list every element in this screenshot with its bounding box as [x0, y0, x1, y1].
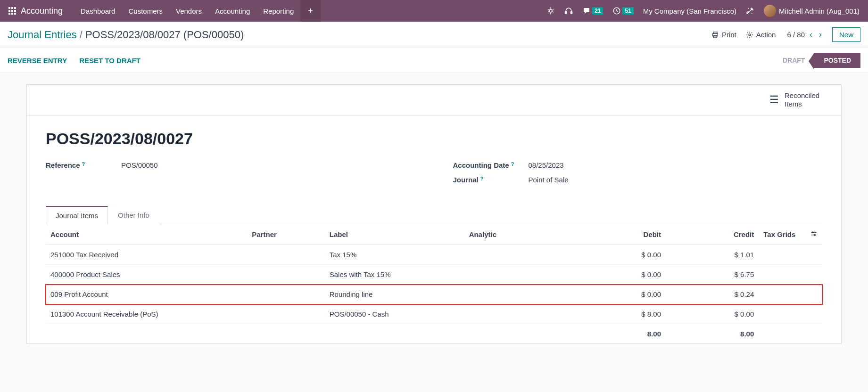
activities-badge: 51 — [622, 7, 633, 15]
cell-credit: $ 0.24 — [666, 285, 759, 304]
apps-icon[interactable] — [8, 6, 17, 16]
card-top-bar: ☰ Reconciled Items — [27, 85, 841, 115]
debug-icon[interactable] — [542, 7, 560, 15]
svg-rect-6 — [8, 13, 10, 15]
content-area: ☰ Reconciled Items POSS/2023/08/0027 Ref… — [0, 73, 868, 355]
entry-title: POSS/2023/08/0027 — [46, 130, 822, 148]
nav-reporting[interactable]: Reporting — [256, 7, 300, 15]
reconciled-items-button[interactable]: ☰ Reconciled Items — [769, 91, 827, 108]
cell-account: 400000 Product Sales — [46, 265, 247, 285]
brand-label[interactable]: Accounting — [21, 6, 63, 16]
col-tax-grids[interactable]: Tax Grids — [759, 224, 805, 245]
list-icon: ☰ — [769, 94, 779, 106]
cell-debit: $ 0.00 — [573, 245, 666, 265]
avatar — [764, 5, 776, 17]
detail-tabs: Journal Items Other Info — [46, 205, 822, 224]
cell-tax — [759, 265, 805, 285]
col-partner[interactable]: Partner — [247, 224, 324, 245]
company-selector[interactable]: My Company (San Francisco) — [638, 7, 741, 15]
messages-icon[interactable]: 21 — [578, 7, 608, 15]
col-account[interactable]: Account — [46, 224, 247, 245]
pager: 6 / 80 ‹ › — [787, 30, 824, 40]
breadcrumb-bar: Journal Entries / POSS/2023/08/0027 (POS… — [0, 22, 868, 48]
breadcrumb-root[interactable]: Journal Entries — [8, 29, 77, 41]
svg-point-24 — [812, 232, 814, 233]
user-name: Mitchell Admin (Aug_001) — [779, 7, 860, 15]
messages-badge: 21 — [592, 7, 603, 15]
action-button[interactable]: Action — [746, 31, 776, 39]
svg-rect-2 — [14, 7, 16, 9]
tools-icon[interactable] — [741, 7, 759, 15]
total-credit: 8.00 — [666, 324, 759, 344]
cell-debit: $ 0.00 — [573, 285, 666, 304]
total-row: 8.008.00 — [46, 324, 822, 344]
status-draft[interactable]: DRAFT — [773, 53, 814, 68]
svg-rect-3 — [8, 10, 10, 12]
col-analytic[interactable]: Analytic — [464, 224, 573, 245]
reference-value[interactable]: POS/00050 — [121, 161, 158, 169]
cell-tax — [759, 285, 805, 304]
nav-accounting[interactable]: Accounting — [208, 7, 256, 15]
svg-rect-1 — [11, 7, 13, 9]
col-label[interactable]: Label — [325, 224, 464, 245]
activities-icon[interactable]: 51 — [608, 7, 638, 15]
table-row[interactable]: 400000 Product SalesSales with Tax 15%$ … — [46, 265, 822, 285]
cell-partner — [247, 245, 324, 265]
cell-opts — [805, 265, 822, 285]
cell-label: Tax 15% — [325, 245, 464, 265]
col-debit[interactable]: Debit — [573, 224, 666, 245]
svg-line-13 — [553, 9, 554, 10]
cell-debit: $ 0.00 — [573, 265, 666, 285]
cell-debit: $ 8.00 — [573, 304, 666, 324]
status-posted[interactable]: POSTED — [814, 53, 860, 68]
pager-prev[interactable]: ‹ — [808, 30, 814, 40]
reset-draft-button[interactable]: RESET TO DRAFT — [79, 57, 141, 65]
help-icon[interactable]: ? — [480, 176, 484, 181]
svg-line-12 — [548, 9, 549, 10]
journal-value[interactable]: Point of Sale — [529, 176, 569, 184]
total-debit: 8.00 — [573, 324, 666, 344]
nav-vendors[interactable]: Vendors — [169, 7, 208, 15]
help-icon[interactable]: ? — [511, 161, 514, 167]
print-button[interactable]: Print — [711, 31, 736, 39]
cell-tax — [759, 245, 805, 265]
nav-dashboard[interactable]: Dashboard — [74, 7, 122, 15]
cell-partner — [247, 304, 324, 324]
cell-analytic — [464, 265, 573, 285]
breadcrumb-current: POSS/2023/08/0027 (POS/00050) — [85, 29, 244, 41]
tab-journal-items[interactable]: Journal Items — [46, 206, 108, 224]
pager-next[interactable]: › — [817, 30, 824, 40]
support-icon[interactable] — [560, 7, 578, 15]
tab-other-info[interactable]: Other Info — [108, 206, 159, 224]
svg-rect-0 — [8, 7, 10, 9]
svg-rect-16 — [565, 12, 566, 14]
svg-rect-17 — [570, 12, 572, 14]
reverse-entry-button[interactable]: REVERSE ENTRY — [8, 57, 67, 65]
col-credit[interactable]: Credit — [666, 224, 759, 245]
cell-account: 251000 Tax Received — [46, 245, 247, 265]
top-navbar: Accounting Dashboard Customers Vendors A… — [0, 0, 868, 22]
help-icon[interactable]: ? — [82, 161, 85, 167]
gear-icon — [746, 31, 753, 39]
new-button[interactable]: New — [832, 27, 860, 42]
accounting-date-value[interactable]: 08/25/2023 — [529, 161, 564, 169]
table-row[interactable]: 009 Profit AccountRounding line$ 0.00$ 0… — [46, 285, 822, 304]
svg-rect-5 — [14, 10, 16, 12]
status-tabs: DRAFT POSTED — [773, 53, 860, 68]
action-bar: REVERSE ENTRY RESET TO DRAFT DRAFT POSTE… — [0, 48, 868, 73]
nav-add-tab[interactable]: + — [300, 0, 321, 22]
user-menu[interactable]: Mitchell Admin (Aug_001) — [759, 5, 864, 17]
cell-analytic — [464, 285, 573, 304]
col-settings[interactable] — [805, 224, 822, 245]
svg-rect-4 — [11, 10, 13, 12]
pager-text: 6 / 80 — [787, 31, 805, 39]
table-row[interactable]: 101300 Account Receivable (PoS)POS/00050… — [46, 304, 822, 324]
cell-label: POS/00050 - Cash — [325, 304, 464, 324]
table-row[interactable]: 251000 Tax ReceivedTax 15%$ 0.00$ 1.01 — [46, 245, 822, 265]
cell-partner — [247, 265, 324, 285]
record-card: ☰ Reconciled Items POSS/2023/08/0027 Ref… — [26, 84, 842, 344]
nav-customers[interactable]: Customers — [122, 7, 169, 15]
cell-opts — [805, 304, 822, 324]
svg-line-15 — [553, 12, 554, 13]
accounting-date-label: Accounting Date? — [453, 161, 529, 169]
